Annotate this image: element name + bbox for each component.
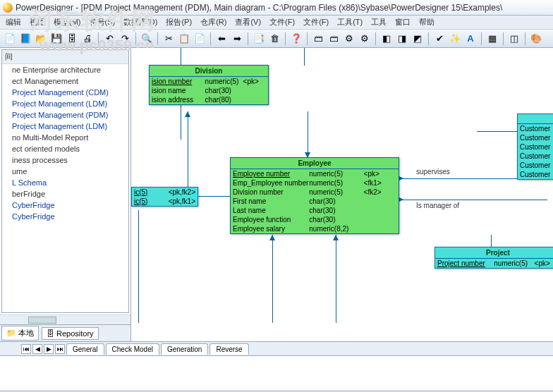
tree-item[interactable]: Project Management (LDM) xyxy=(2,121,128,132)
tab-checkmodel[interactable]: Check Model xyxy=(106,343,159,355)
model-browser[interactable]: 间 ne Enterprise architecture ect Managen… xyxy=(1,49,129,313)
properties-icon[interactable]: 📑 xyxy=(252,32,266,46)
open-icon[interactable]: 📂 xyxy=(34,32,48,46)
menu-view2[interactable]: 查看(V) xyxy=(231,16,265,29)
arrow-icon xyxy=(333,235,339,240)
sep xyxy=(157,32,158,45)
menu-view[interactable]: 视图 xyxy=(25,16,49,29)
entity-division[interactable]: Division ision numbernumeric(5)<pk> isio… xyxy=(149,65,269,105)
sep xyxy=(525,32,525,45)
window-title: PowerDesigner - [PDM Project Management … xyxy=(16,3,502,13)
entity-employee[interactable]: Employee Employee numbernumeric(5)<pk> E… xyxy=(230,157,399,234)
menu-report[interactable]: 报告(P) xyxy=(162,16,196,29)
sep xyxy=(285,32,286,45)
tree-item[interactable]: no Multi-Model Report xyxy=(2,132,128,143)
relation-line xyxy=(304,48,305,66)
menu-tools2[interactable]: 工具 xyxy=(367,16,391,29)
find-icon[interactable]: 🔍 xyxy=(140,32,154,46)
palette-icon[interactable]: 🎨 xyxy=(529,32,543,46)
entity-customer[interactable]: Customer Customer Customer Customer Cust… xyxy=(517,114,553,180)
paste-icon[interactable]: 📄 xyxy=(193,32,207,46)
cut-icon[interactable]: ✂ xyxy=(162,32,176,46)
entity-title: Division xyxy=(150,66,268,77)
saveall-icon[interactable]: 🗄 xyxy=(65,32,79,46)
tree-item[interactable]: ne Enterprise architecture xyxy=(2,64,128,75)
app-icon xyxy=(3,3,13,13)
menu-model[interactable]: 模型(M) xyxy=(49,16,85,29)
tree-item[interactable]: ect oriented models xyxy=(2,143,128,154)
sep xyxy=(210,32,211,45)
tree-item[interactable]: CyberFridge xyxy=(2,211,128,222)
tree-item[interactable]: ume xyxy=(2,166,128,177)
sep xyxy=(503,32,504,45)
db2-icon[interactable]: 🗃 xyxy=(327,32,341,46)
text-icon[interactable]: A xyxy=(463,32,478,46)
tree-item[interactable]: Project Management (LDM) xyxy=(2,98,128,109)
sql-icon[interactable]: ▦ xyxy=(485,32,499,46)
tab-general[interactable]: General xyxy=(66,343,104,355)
tab-repository[interactable]: 🗄Repository xyxy=(42,327,99,340)
tab-nav-prev[interactable]: ◀ xyxy=(32,344,42,354)
tab-nav-next[interactable]: ▶ xyxy=(44,344,54,354)
tree-item[interactable]: iness processes xyxy=(2,154,128,166)
print-icon[interactable]: 🖨 xyxy=(80,32,95,46)
nav-back-icon[interactable]: ⬅ xyxy=(214,32,229,46)
model2-icon[interactable]: ◨ xyxy=(395,32,409,46)
menu-edit[interactable]: 编辑 xyxy=(1,16,25,29)
sidebar: 间 ne Enterprise architecture ect Managen… xyxy=(0,48,131,341)
menu-window[interactable]: 窗口 xyxy=(391,16,415,29)
gen-icon[interactable]: ⚙ xyxy=(342,32,356,46)
relation-line xyxy=(308,111,308,157)
menu-help[interactable]: 帮助 xyxy=(415,16,439,29)
tree-item[interactable]: L Schema xyxy=(2,177,128,188)
tree-item[interactable]: Project Management (CDM) xyxy=(2,87,128,98)
save-icon[interactable]: 💾 xyxy=(49,32,63,46)
entity-project[interactable]: Project Project numbernumeric(5)<pk> xyxy=(435,247,553,269)
relation-line xyxy=(336,235,336,323)
copy-icon[interactable]: 📋 xyxy=(177,32,191,46)
tab-generation[interactable]: Generation xyxy=(161,343,208,355)
redo-icon[interactable]: ↷ xyxy=(118,32,132,46)
undo-icon[interactable]: ↶ xyxy=(102,32,116,46)
model3-icon[interactable]: ◩ xyxy=(411,32,425,46)
tab-nav-last[interactable]: ⏭ xyxy=(55,344,65,354)
tab-nav-first[interactable]: ⏮ xyxy=(21,344,31,354)
new-icon[interactable]: 📄 xyxy=(3,32,17,46)
entity-fragment[interactable]: ic(5)<pk,fk2> ic(5)<pk,fk1> xyxy=(131,187,198,207)
titlebar: PowerDesigner - [PDM Project Management … xyxy=(0,0,553,16)
tree-item[interactable]: Project Management (PDM) xyxy=(2,109,128,121)
tab-local[interactable]: 📁本地 xyxy=(1,326,39,341)
entity-title: Project xyxy=(435,247,553,259)
sep xyxy=(307,32,308,45)
wand-icon[interactable]: ✨ xyxy=(448,32,462,46)
menu-file1[interactable]: 文件(F) xyxy=(265,16,299,29)
tree-item[interactable]: ect Managenement xyxy=(2,75,128,87)
help-icon[interactable]: ❓ xyxy=(289,32,303,46)
tab-reverse[interactable]: Reverse xyxy=(209,343,248,355)
diagram-canvas[interactable]: supervises Is manager of Subcontract Div… xyxy=(131,48,553,341)
db-icon[interactable]: 🗃 xyxy=(311,32,325,46)
menu-database[interactable]: 数据库(D) xyxy=(119,16,162,29)
delete-icon[interactable]: 🗑 xyxy=(267,32,281,46)
gen2-icon[interactable]: ⚙ xyxy=(358,32,372,46)
toolbar: 📄 📘 📂 💾 🗄 🖨 ↶ ↷ 🔍 ✂ 📋 📄 ⬅ ➡ 📑 🗑 ❓ 🗃 🗃 ⚙ … xyxy=(0,30,553,48)
nav-fwd-icon[interactable]: ➡ xyxy=(230,32,244,46)
diagram-icon[interactable]: ◫ xyxy=(507,32,521,46)
sep xyxy=(428,32,429,45)
menu-tools1[interactable]: 工具(T) xyxy=(333,16,367,29)
menu-repository[interactable]: 仓库(R) xyxy=(196,16,231,29)
sep xyxy=(98,32,99,45)
relation-line xyxy=(188,111,188,196)
sidebar-hscroll[interactable] xyxy=(0,314,130,324)
menu-file2[interactable]: 文件(F) xyxy=(299,16,333,29)
output-tabs: ⏮ ◀ ▶ ⏭ General Check Model Generation R… xyxy=(0,341,553,355)
browser-header: 间 xyxy=(2,50,128,64)
menu-symbol[interactable]: 符号(S) xyxy=(85,16,120,29)
tree-item[interactable]: berFridge xyxy=(2,188,128,200)
model1-icon[interactable]: ◧ xyxy=(379,32,394,46)
project-icon[interactable]: 📘 xyxy=(18,32,32,46)
rel-label-ismgr: Is manager of xyxy=(416,202,459,209)
tree-item[interactable]: CyberFridge xyxy=(2,200,128,211)
check-icon[interactable]: ✔ xyxy=(432,32,446,46)
sidebar-tabs: 📁本地 🗄Repository xyxy=(0,324,130,341)
